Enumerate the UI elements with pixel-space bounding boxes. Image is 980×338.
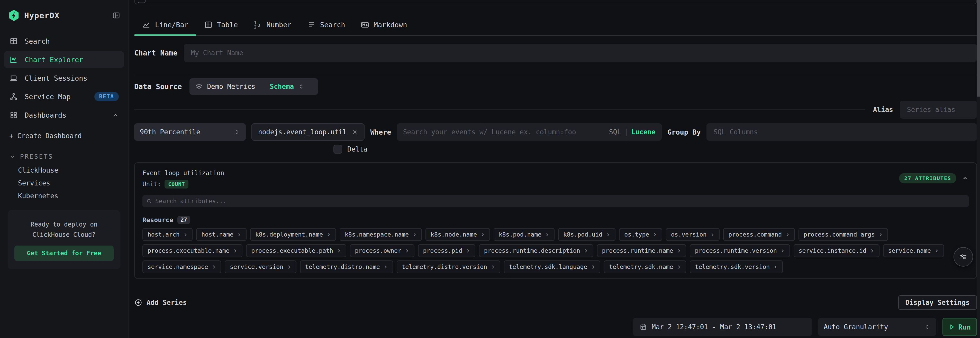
preset-list: ClickHouse Services Kubernetes [0,164,128,202]
layers-icon [195,83,203,90]
chevron-right-icon: › [412,231,417,238]
attribute-search[interactable] [142,195,969,207]
attribute-chip[interactable]: process.command › [723,228,795,241]
attribute-chip[interactable]: telemetry.distro.version › [397,260,500,273]
attributes-count-badge: 27 ATTRIBUTES [899,173,956,183]
attribute-chip[interactable]: k8s.namespace.name › [340,228,422,241]
attribute-chip[interactable]: service.namespace › [142,260,221,273]
tab-number[interactable]: 1 2 3 Number [245,20,299,35]
collapse-sidebar-icon[interactable] [112,11,120,19]
sliders-icon [959,252,968,262]
tab-search[interactable]: Search [299,20,353,35]
attribute-chip[interactable]: k8s.node.name › [425,228,490,241]
chevron-right-icon: › [545,231,549,238]
chevron-right-icon: › [491,263,495,270]
attribute-chip[interactable]: process.runtime.version › [690,244,790,257]
collapse-panel-icon[interactable] [961,175,969,182]
attribute-chip[interactable]: os.version › [666,228,719,241]
chevron-down-icon [9,153,16,160]
metric-chip[interactable]: nodejs.event_loop.util [251,123,364,141]
query-language-toggle: SQL | Lucene [609,128,655,136]
presets-label: PRESETS [20,153,53,160]
sql-toggle-option[interactable]: SQL [609,128,621,136]
attribute-chip[interactable]: process.runtime.name › [597,244,686,257]
display-settings-button[interactable]: Display Settings [898,295,977,310]
cloud-card-text: Ready to deploy on ClickHouse Cloud? [14,219,114,240]
preset-item[interactable]: Services [0,177,128,190]
sidebar-item-search[interactable]: Search [4,33,124,49]
query-controls-row: Mar 2 12:47:01 - Mar 2 13:47:01 Auto Gra… [134,318,977,336]
attribute-chip[interactable]: k8s.deployment.name › [250,228,336,241]
unit-label: Unit: [142,181,161,188]
chart-name-label: Chart Name [134,49,178,57]
chevron-right-icon: › [606,231,610,238]
granularity-select[interactable]: Auto Granularity [818,318,936,336]
app-title: HyperDX [24,11,60,20]
sidebar-item-service-map[interactable]: Service Map BETA [4,88,124,105]
attribute-chip[interactable]: k8s.pod.name › [493,228,555,241]
alias-row: Alias [134,102,977,118]
attribute-chip[interactable]: process.runtime.description › [479,244,593,257]
chevron-right-icon: › [405,247,409,254]
delta-checkbox[interactable] [333,145,342,154]
attribute-chip[interactable]: process.executable.name › [142,244,242,257]
group-by-input[interactable] [706,123,977,141]
chart-settings-fab[interactable] [953,247,973,267]
attribute-chip[interactable]: host.name › [196,228,246,241]
chart-name-input[interactable] [184,44,977,62]
alias-input[interactable] [900,101,977,119]
tab-markdown[interactable]: Markdown [353,20,415,35]
tab-table[interactable]: Table [196,20,245,35]
data-source-select[interactable]: Demo Metrics Schema [189,78,318,95]
attribute-chip[interactable]: telemetry.sdk.name › [604,260,686,273]
sidebar-item-dashboards[interactable]: Dashboards [4,107,124,123]
metric-title: Event loop utilization [142,170,224,177]
sidebar-item-chart-explorer[interactable]: Chart Explorer [4,51,124,68]
sidebar-item-client-sessions[interactable]: Client Sessions [4,70,124,86]
chevron-right-icon: › [785,231,790,238]
get-started-button[interactable]: Get Started for Free [14,246,114,261]
attribute-chip[interactable]: process.owner › [350,244,414,257]
attribute-chip[interactable]: host.arch › [142,228,192,241]
chevron-right-icon: › [934,247,939,254]
section-divider [134,75,977,75]
aggregation-select[interactable]: 90th Percentile [134,123,246,141]
chart-type-tabs: Line/Bar Table 1 2 3 [134,20,977,36]
run-button[interactable]: Run [942,318,977,336]
create-dashboard-button[interactable]: + Create Dashboard [9,132,128,140]
resource-group-row: Resource 27 [142,216,969,224]
resource-count-badge: 27 [177,216,190,224]
attribute-chip[interactable]: telemetry.distro.name › [300,260,393,273]
attribute-chip[interactable]: process.pid › [418,244,475,257]
chevron-right-icon: › [183,231,188,238]
scrollbar[interactable] [977,0,980,338]
attribute-chip[interactable]: telemetry.sdk.language › [504,260,601,273]
lucene-toggle-option[interactable]: Lucene [632,128,655,136]
attribute-chip[interactable]: process.executable.path › [246,244,346,257]
where-search-input[interactable]: Search your events w/ Lucene ex. column:… [397,123,662,141]
attribute-chip[interactable]: process.command_args › [799,228,888,241]
preset-item[interactable]: Kubernetes [0,190,128,202]
remove-metric-icon[interactable] [352,129,358,135]
attribute-chip[interactable]: telemetry.sdk.version › [690,260,783,273]
attribute-chip[interactable]: os.type › [619,228,662,241]
attribute-chip[interactable]: service.version › [225,260,296,273]
laptop-icon [9,74,18,83]
add-series-button[interactable]: Add Series [134,298,187,307]
series-row: 90th Percentile nodejs.event_loop.util W… [134,123,977,141]
schema-link[interactable]: Schema [270,83,294,90]
hierarchy-icon [9,92,18,101]
tab-line-bar[interactable]: Line/Bar [134,20,196,35]
attribute-chip[interactable]: service.name › [883,244,944,257]
presets-toggle[interactable]: PRESETS [9,153,128,160]
attribute-chip[interactable]: service.instance.id › [794,244,880,257]
time-range-picker[interactable]: Mar 2 12:47:01 - Mar 2 13:47:01 [633,318,812,336]
layout-grid-icon [9,111,18,119]
scrollbar-thumb[interactable] [977,0,980,97]
resource-label: Resource [142,216,173,224]
attribute-search-input[interactable] [155,198,965,205]
attribute-chip[interactable]: k8s.pod.uid › [558,228,616,241]
chevron-up-icon[interactable] [112,112,119,118]
preset-item[interactable]: ClickHouse [0,164,128,177]
chevron-right-icon: › [677,247,681,254]
